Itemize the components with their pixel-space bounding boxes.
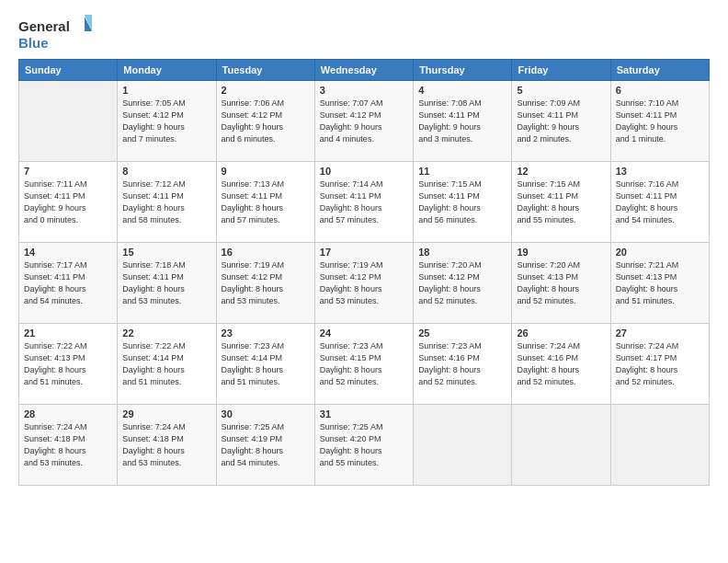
calendar-cell: 15Sunrise: 7:18 AM Sunset: 4:11 PM Dayli… [118,243,216,324]
day-info: Sunrise: 7:13 AM Sunset: 4:11 PM Dayligh… [222,178,310,226]
calendar-cell: 10Sunrise: 7:14 AM Sunset: 4:11 PM Dayli… [314,162,413,243]
day-info: Sunrise: 7:17 AM Sunset: 4:11 PM Dayligh… [24,259,112,307]
calendar-cell [414,405,512,486]
calendar-cell: 6Sunrise: 7:10 AM Sunset: 4:11 PM Daylig… [610,81,709,162]
day-number: 22 [122,327,210,339]
day-info: Sunrise: 7:05 AM Sunset: 4:12 PM Dayligh… [122,98,210,145]
day-info: Sunrise: 7:09 AM Sunset: 4:11 PM Dayligh… [517,98,605,145]
day-info: Sunrise: 7:18 AM Sunset: 4:11 PM Dayligh… [122,259,210,307]
calendar-cell: 22Sunrise: 7:22 AM Sunset: 4:14 PM Dayli… [118,324,216,405]
day-number: 8 [122,166,210,177]
calendar-week-5: 28Sunrise: 7:24 AM Sunset: 4:18 PM Dayli… [19,405,710,486]
day-info: Sunrise: 7:20 AM Sunset: 4:13 PM Dayligh… [517,259,605,307]
day-number: 17 [320,247,408,258]
calendar-cell [512,405,610,486]
day-info: Sunrise: 7:06 AM Sunset: 4:12 PM Dayligh… [222,98,310,145]
day-info: Sunrise: 7:23 AM Sunset: 4:15 PM Dayligh… [320,340,408,388]
calendar-week-2: 7Sunrise: 7:11 AM Sunset: 4:11 PM Daylig… [19,162,710,243]
weekday-header-saturday: Saturday [610,60,709,81]
header: GeneralBlue [18,15,710,52]
day-number: 27 [616,327,704,339]
weekday-header-sunday: Sunday [19,60,118,81]
svg-text:Blue: Blue [18,35,49,51]
day-info: Sunrise: 7:15 AM Sunset: 4:11 PM Dayligh… [517,178,605,226]
weekday-header-wednesday: Wednesday [314,60,413,81]
day-number: 20 [616,247,704,258]
weekday-header-monday: Monday [118,60,216,81]
calendar-week-1: 1Sunrise: 7:05 AM Sunset: 4:12 PM Daylig… [19,81,710,162]
calendar-cell: 25Sunrise: 7:23 AM Sunset: 4:16 PM Dayli… [414,324,512,405]
logo-svg: GeneralBlue [18,15,92,52]
calendar-cell: 3Sunrise: 7:07 AM Sunset: 4:12 PM Daylig… [314,81,413,162]
day-info: Sunrise: 7:25 AM Sunset: 4:19 PM Dayligh… [222,421,310,469]
calendar-cell: 23Sunrise: 7:23 AM Sunset: 4:14 PM Dayli… [216,324,314,405]
calendar-cell: 8Sunrise: 7:12 AM Sunset: 4:11 PM Daylig… [118,162,216,243]
day-number: 24 [320,327,408,339]
day-number: 31 [320,408,408,419]
calendar-cell: 27Sunrise: 7:24 AM Sunset: 4:17 PM Dayli… [610,324,709,405]
calendar-cell: 4Sunrise: 7:08 AM Sunset: 4:11 PM Daylig… [414,81,512,162]
day-number: 12 [517,166,605,177]
day-info: Sunrise: 7:10 AM Sunset: 4:11 PM Dayligh… [616,98,704,145]
calendar-cell: 29Sunrise: 7:24 AM Sunset: 4:18 PM Dayli… [118,405,216,486]
day-number: 29 [122,408,210,419]
day-info: Sunrise: 7:14 AM Sunset: 4:11 PM Dayligh… [320,178,408,226]
calendar-cell: 7Sunrise: 7:11 AM Sunset: 4:11 PM Daylig… [19,162,118,243]
day-number: 25 [418,327,506,339]
day-info: Sunrise: 7:22 AM Sunset: 4:14 PM Dayligh… [122,340,210,388]
calendar-week-3: 14Sunrise: 7:17 AM Sunset: 4:11 PM Dayli… [19,243,710,324]
day-info: Sunrise: 7:24 AM Sunset: 4:16 PM Dayligh… [517,340,605,388]
weekday-header-row: SundayMondayTuesdayWednesdayThursdayFrid… [19,60,710,81]
page: GeneralBlue SundayMondayTuesdayWednesday… [0,0,728,563]
day-info: Sunrise: 7:23 AM Sunset: 4:14 PM Dayligh… [222,340,310,388]
day-number: 30 [222,408,310,419]
calendar-cell: 31Sunrise: 7:25 AM Sunset: 4:20 PM Dayli… [314,405,413,486]
day-info: Sunrise: 7:08 AM Sunset: 4:11 PM Dayligh… [418,98,506,145]
calendar-cell: 18Sunrise: 7:20 AM Sunset: 4:12 PM Dayli… [414,243,512,324]
day-number: 18 [418,247,506,258]
day-info: Sunrise: 7:20 AM Sunset: 4:12 PM Dayligh… [418,259,506,307]
calendar-cell: 11Sunrise: 7:15 AM Sunset: 4:11 PM Dayli… [414,162,512,243]
day-number: 21 [24,327,112,339]
weekday-header-tuesday: Tuesday [216,60,314,81]
day-number: 6 [616,85,704,96]
calendar-cell: 20Sunrise: 7:21 AM Sunset: 4:13 PM Dayli… [610,243,709,324]
day-info: Sunrise: 7:19 AM Sunset: 4:12 PM Dayligh… [222,259,310,307]
day-number: 3 [320,85,408,96]
day-info: Sunrise: 7:16 AM Sunset: 4:11 PM Dayligh… [616,178,704,226]
day-number: 19 [517,247,605,258]
calendar-cell: 28Sunrise: 7:24 AM Sunset: 4:18 PM Dayli… [19,405,118,486]
day-number: 26 [517,327,605,339]
svg-text:General: General [18,18,70,34]
weekday-header-friday: Friday [512,60,610,81]
day-info: Sunrise: 7:12 AM Sunset: 4:11 PM Dayligh… [122,178,210,226]
day-info: Sunrise: 7:24 AM Sunset: 4:17 PM Dayligh… [616,340,704,388]
day-info: Sunrise: 7:24 AM Sunset: 4:18 PM Dayligh… [122,421,210,469]
day-info: Sunrise: 7:11 AM Sunset: 4:11 PM Dayligh… [24,178,112,226]
calendar-cell: 17Sunrise: 7:19 AM Sunset: 4:12 PM Dayli… [314,243,413,324]
calendar-week-4: 21Sunrise: 7:22 AM Sunset: 4:13 PM Dayli… [19,324,710,405]
calendar-cell: 9Sunrise: 7:13 AM Sunset: 4:11 PM Daylig… [216,162,314,243]
day-number: 2 [222,85,310,96]
day-number: 1 [122,85,210,96]
day-number: 23 [222,327,310,339]
calendar-cell: 24Sunrise: 7:23 AM Sunset: 4:15 PM Dayli… [314,324,413,405]
weekday-header-thursday: Thursday [414,60,512,81]
day-number: 16 [222,247,310,258]
calendar-cell: 2Sunrise: 7:06 AM Sunset: 4:12 PM Daylig… [216,81,314,162]
day-info: Sunrise: 7:07 AM Sunset: 4:12 PM Dayligh… [320,98,408,145]
calendar-cell: 30Sunrise: 7:25 AM Sunset: 4:19 PM Dayli… [216,405,314,486]
day-info: Sunrise: 7:24 AM Sunset: 4:18 PM Dayligh… [24,421,112,469]
calendar-cell: 14Sunrise: 7:17 AM Sunset: 4:11 PM Dayli… [19,243,118,324]
calendar-cell: 1Sunrise: 7:05 AM Sunset: 4:12 PM Daylig… [118,81,216,162]
day-info: Sunrise: 7:22 AM Sunset: 4:13 PM Dayligh… [24,340,112,388]
day-number: 15 [122,247,210,258]
calendar-cell: 21Sunrise: 7:22 AM Sunset: 4:13 PM Dayli… [19,324,118,405]
logo: GeneralBlue [18,15,92,52]
day-info: Sunrise: 7:23 AM Sunset: 4:16 PM Dayligh… [418,340,506,388]
day-info: Sunrise: 7:21 AM Sunset: 4:13 PM Dayligh… [616,259,704,307]
day-info: Sunrise: 7:19 AM Sunset: 4:12 PM Dayligh… [320,259,408,307]
calendar-cell [610,405,709,486]
day-number: 11 [418,166,506,177]
calendar-cell: 26Sunrise: 7:24 AM Sunset: 4:16 PM Dayli… [512,324,610,405]
